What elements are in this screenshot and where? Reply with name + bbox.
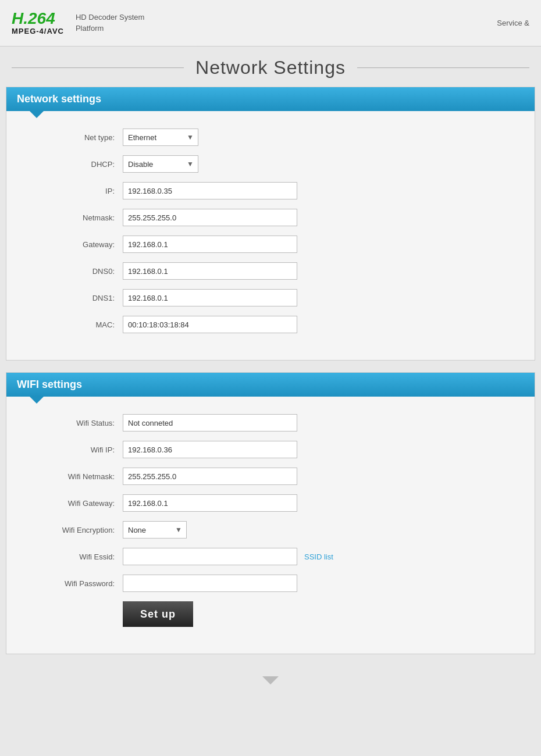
wifi-encryption-row: Wifi Encryption: None WEP WPA WPA2 ▼ [30,521,511,539]
wifi-section: WIFI settings Wifi Status: Wifi IP: Wifi… [6,372,535,654]
title-line-right [357,67,529,68]
dhcp-select[interactable]: Disable Enable [123,155,198,173]
wifi-section-header: WIFI settings [6,373,535,397]
page-title-bar: Network Settings [0,47,541,87]
wifi-gateway-row: Wifi Gateway: [30,494,511,512]
mac-row: MAC: [30,316,511,333]
gateway-row: Gateway: [30,236,511,253]
footer [0,666,541,695]
wifi-status-label: Wifi Status: [30,419,123,427]
wifi-essid-row: Wifi Essid: SSID list [30,548,511,565]
wifi-password-input[interactable] [123,575,297,592]
network-section-header: Network settings [6,87,535,111]
ip-row: IP: [30,182,511,199]
ssid-list-link[interactable]: SSID list [304,552,333,561]
wifi-essid-label: Wifi Essid: [30,552,123,561]
footer-triangle-icon [262,676,279,684]
page-title: Network Settings [195,57,346,79]
wifi-encryption-label: Wifi Encryption: [30,526,123,534]
wifi-encryption-select-wrapper: None WEP WPA WPA2 ▼ [123,521,187,539]
wifi-encryption-select[interactable]: None WEP WPA WPA2 [123,521,187,539]
dns0-label: DNS0: [30,267,123,276]
wifi-status-input[interactable] [123,414,297,432]
logo-h264: H.264 [12,10,64,27]
wifi-ip-input[interactable] [123,441,297,458]
ip-input[interactable] [123,182,297,199]
setup-row: Set up [30,601,511,627]
wifi-essid-input[interactable] [123,548,297,565]
dhcp-label: DHCP: [30,160,123,169]
logo: H.264 MPEG-4/AVC [12,10,64,35]
net-type-select[interactable]: Ethernet Wifi [123,129,198,146]
title-line-left [12,67,184,68]
gateway-label: Gateway: [30,240,123,249]
wifi-netmask-label: Wifi Netmask: [30,472,123,481]
header: H.264 MPEG-4/AVC HD Decoder System Platf… [0,0,541,47]
wifi-password-row: Wifi Password: [30,575,511,592]
wifi-netmask-input[interactable] [123,468,297,485]
setup-button[interactable]: Set up [123,601,193,627]
netmask-row: Netmask: [30,209,511,226]
net-type-row: Net type: Ethernet Wifi ▼ [30,129,511,146]
network-section-body: Net type: Ethernet Wifi ▼ DHCP: Disable … [6,111,535,360]
mac-label: MAC: [30,320,123,329]
dns1-label: DNS1: [30,294,123,302]
wifi-section-body: Wifi Status: Wifi IP: Wifi Netmask: Wifi… [6,397,535,654]
netmask-input[interactable] [123,209,297,226]
dns0-input[interactable] [123,262,297,280]
dns0-row: DNS0: [30,262,511,280]
dhcp-select-wrapper: Disable Enable ▼ [123,155,198,173]
ip-label: IP: [30,187,123,195]
mac-input[interactable] [123,316,297,333]
dns1-input[interactable] [123,289,297,306]
net-type-label: Net type: [30,133,123,142]
wifi-gateway-input[interactable] [123,494,297,512]
header-service: Service & [497,19,529,27]
wifi-gateway-label: Wifi Gateway: [30,499,123,508]
wifi-ip-row: Wifi IP: [30,441,511,458]
wifi-netmask-row: Wifi Netmask: [30,468,511,485]
wifi-ip-label: Wifi IP: [30,445,123,454]
header-subtitle: HD Decoder System Platform [76,12,144,33]
net-type-select-wrapper: Ethernet Wifi ▼ [123,129,198,146]
logo-mpeg: MPEG-4/AVC [12,27,64,35]
dhcp-row: DHCP: Disable Enable ▼ [30,155,511,173]
gateway-input[interactable] [123,236,297,253]
dns1-row: DNS1: [30,289,511,306]
network-section: Network settings Net type: Ethernet Wifi… [6,87,535,361]
netmask-label: Netmask: [30,213,123,222]
wifi-password-label: Wifi Password: [30,579,123,588]
wifi-status-row: Wifi Status: [30,414,511,432]
